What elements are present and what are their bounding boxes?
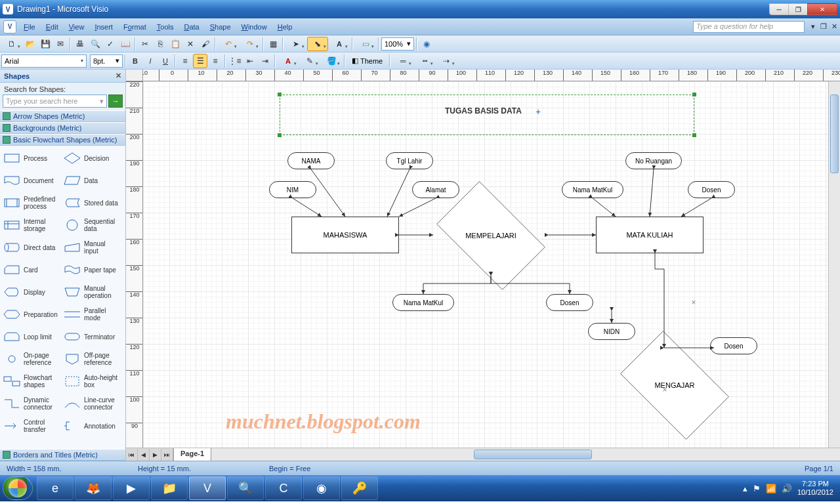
taskbar-access[interactable]: 🔑 xyxy=(341,476,378,500)
menu-data[interactable]: Data xyxy=(178,20,204,33)
open-button[interactable]: 📂 xyxy=(23,37,37,51)
close-icon[interactable]: ✕ xyxy=(116,72,121,80)
research-button[interactable]: 📖 xyxy=(118,37,133,51)
italic-button[interactable]: I xyxy=(143,54,158,68)
taskbar-ie[interactable]: e xyxy=(37,476,74,500)
page-tab[interactable]: Page-1 xyxy=(173,448,211,461)
shape-doc[interactable]: Document xyxy=(1,169,62,192)
font-size-combo[interactable]: 8pt.▾ xyxy=(90,54,123,68)
shape-minp[interactable]: Manual input xyxy=(62,236,122,259)
copy-button[interactable]: ⎘ xyxy=(153,37,167,51)
menu-help[interactable]: Help xyxy=(272,20,298,33)
spelling-button[interactable]: ✓ xyxy=(103,37,117,51)
format-painter-button[interactable]: 🖌 xyxy=(198,37,213,51)
save-button[interactable]: 💾 xyxy=(38,37,52,51)
attr-dosen-1[interactable]: Dosen xyxy=(688,181,735,198)
shape-ctr[interactable]: Control transfer xyxy=(1,415,62,437)
app-menu-icon[interactable]: V xyxy=(3,20,16,33)
connector-tool-button[interactable]: ⬊ xyxy=(307,37,328,51)
print-button[interactable]: 🖶 xyxy=(73,37,87,51)
taskbar-explorer[interactable]: 📁 xyxy=(151,476,188,500)
menu-edit[interactable]: Edit xyxy=(41,20,64,33)
taskbar-firefox[interactable]: 🦊 xyxy=(75,476,112,500)
menu-shape[interactable]: Shape xyxy=(205,20,236,33)
drawing-canvas[interactable]: TUGAS BASIS DATA + NAMA NIM Tgl Lahir Al… xyxy=(143,81,828,448)
stencil-basic-flowchart[interactable]: Basic Flowchart Shapes (Metric) xyxy=(0,134,125,146)
shapes-window-button[interactable]: ▦ xyxy=(266,37,280,51)
shape-istor[interactable]: Internal storage xyxy=(1,214,62,236)
horizontal-scrollbar[interactable] xyxy=(211,448,840,461)
theme-button[interactable]: ◧ Theme xyxy=(347,54,387,68)
shape-ofr[interactable]: Off-page reference xyxy=(62,348,122,370)
shape-cyl[interactable]: Direct data xyxy=(1,236,62,259)
redo-button[interactable]: ↷ xyxy=(240,37,261,51)
relationship-mempelajari[interactable]: MEMPELAJARI xyxy=(425,193,556,278)
help-search-box[interactable]: Type a question for help xyxy=(693,21,805,33)
rotation-handle[interactable]: + xyxy=(536,106,541,117)
mdi-minimize-button[interactable]: ▾ xyxy=(808,22,818,32)
shape-prect[interactable]: Predefined process xyxy=(1,192,62,214)
attr-nama-matkul-1[interactable]: Nama MatKul xyxy=(562,181,623,198)
attr-nidn[interactable]: NIDN xyxy=(588,323,635,340)
shape-ann[interactable]: Annotation xyxy=(62,415,122,437)
tray-flag-icon[interactable]: ⚑ xyxy=(753,484,761,494)
shape-dyn[interactable]: Dynamic connector xyxy=(1,392,62,415)
align-left-button[interactable]: ≡ xyxy=(178,54,192,68)
shape-tape[interactable]: Paper tape xyxy=(62,259,122,281)
vertical-scrollbar[interactable] xyxy=(828,81,840,448)
tab-last-button[interactable]: ⏭ xyxy=(161,449,173,461)
relationship-mengajar[interactable]: MENGAJAR xyxy=(609,343,740,428)
shape-rect[interactable]: Process xyxy=(1,147,62,169)
clock[interactable]: 7:23 PM 10/10/2012 xyxy=(797,480,833,497)
new-button[interactable]: 🗋 xyxy=(1,37,22,51)
bold-button[interactable]: B xyxy=(128,54,142,68)
taskbar-chrome[interactable]: ◉ xyxy=(303,476,340,500)
menu-insert[interactable]: Insert xyxy=(89,20,118,33)
shape-card[interactable]: Card xyxy=(1,259,62,281)
pointer-tool-button[interactable]: ➤ xyxy=(285,37,306,51)
line-pattern-button[interactable]: ┅ xyxy=(414,54,435,68)
menu-window[interactable]: Window xyxy=(236,20,272,33)
decrease-indent-button[interactable]: ⇤ xyxy=(243,54,257,68)
cut-button[interactable]: ✂ xyxy=(138,37,152,51)
tray-arrow-icon[interactable]: ▴ xyxy=(743,484,747,494)
selection-handle[interactable] xyxy=(277,92,282,97)
increase-indent-button[interactable]: ⇥ xyxy=(258,54,272,68)
attr-dosen-2[interactable]: Dosen xyxy=(546,294,593,311)
selection-handle[interactable] xyxy=(692,133,697,138)
menu-tools[interactable]: Tools xyxy=(152,20,179,33)
mdi-close-button[interactable]: ✕ xyxy=(830,22,839,32)
line-weight-button[interactable]: ═ xyxy=(392,54,413,68)
shape-diamond[interactable]: Decision xyxy=(62,147,122,169)
align-center-button[interactable]: ☰ xyxy=(193,54,207,68)
shape-term[interactable]: Terminator xyxy=(62,326,122,348)
print-preview-button[interactable]: 🔍 xyxy=(88,37,102,51)
taskbar-media[interactable]: ▶ xyxy=(113,476,150,500)
menu-format[interactable]: Format xyxy=(118,20,152,33)
shape-lcc[interactable]: Line-curve connector xyxy=(62,392,122,415)
stencil-arrow-shapes[interactable]: Arrow Shapes (Metric) xyxy=(0,110,125,122)
shape-mop[interactable]: Manual operation xyxy=(62,281,122,303)
selection-handle[interactable] xyxy=(277,133,282,138)
delete-button[interactable]: ✕ xyxy=(183,37,198,51)
shape-circ[interactable]: Sequential data xyxy=(62,214,122,236)
paste-button[interactable]: 📋 xyxy=(168,37,182,51)
fill-color-button[interactable]: 🪣 xyxy=(321,54,342,68)
taskbar-visio[interactable]: V xyxy=(189,476,226,500)
mdi-restore-button[interactable]: ❐ xyxy=(819,22,828,32)
line-ends-button[interactable]: ⇢ xyxy=(436,54,457,68)
tray-network-icon[interactable]: 📶 xyxy=(766,484,776,494)
attr-no-ruangan[interactable]: No Ruangan xyxy=(625,152,682,169)
attr-nim[interactable]: NIM xyxy=(269,181,316,198)
align-right-button[interactable]: ≡ xyxy=(208,54,222,68)
email-button[interactable]: ✉ xyxy=(53,37,68,51)
shape-ahb[interactable]: Auto-height box xyxy=(62,370,122,392)
minimize-button[interactable]: ─ xyxy=(769,3,789,15)
line-color-button[interactable]: ✎ xyxy=(299,54,320,68)
shape-loop[interactable]: Loop limit xyxy=(1,326,62,348)
selection-handle[interactable] xyxy=(692,92,697,97)
drawing-tools-button[interactable]: ▭ xyxy=(355,37,376,51)
tab-next-button[interactable]: ▶ xyxy=(150,449,161,461)
font-color-button[interactable]: A xyxy=(278,54,299,68)
tab-first-button[interactable]: ⏮ xyxy=(126,449,138,461)
